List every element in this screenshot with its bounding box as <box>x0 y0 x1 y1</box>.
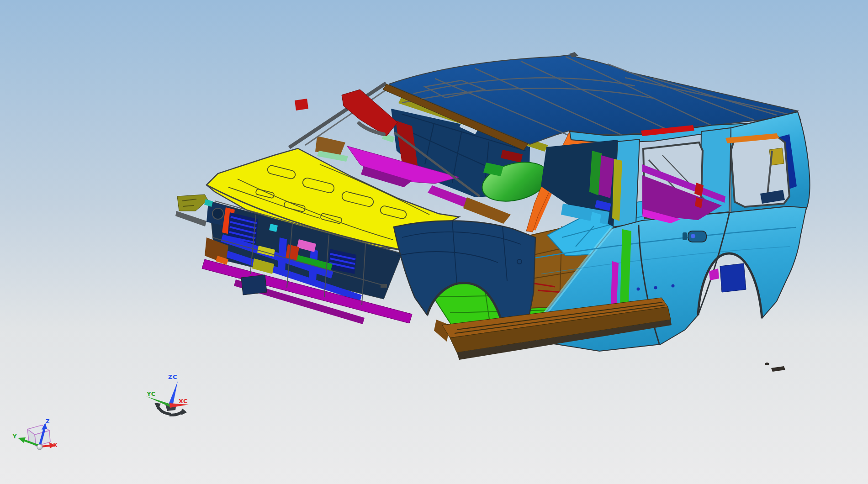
front-tow-box <box>241 275 267 295</box>
quarter-window <box>725 133 789 207</box>
wcs-z-label: ZC <box>168 374 177 380</box>
front-door-opening <box>541 140 622 226</box>
door-handle-cup <box>683 232 687 240</box>
arch-magenta-part <box>709 268 719 280</box>
loose-parts <box>765 363 785 372</box>
front-small-bracket <box>381 284 387 288</box>
wcs-triad[interactable]: ZC YC XC <box>146 374 189 415</box>
view-orientation-triad[interactable]: Z Y X <box>12 418 58 450</box>
headlight-opening <box>212 208 223 219</box>
cad-viewport[interactable]: ZC YC XC Z Y X <box>0 0 868 484</box>
view-x-label: X <box>53 442 58 448</box>
front-red-bit <box>286 244 299 260</box>
fender-tip-edge <box>175 211 206 226</box>
arch-navy-box <box>720 263 746 292</box>
triad-origin-sphere[interactable] <box>37 444 42 450</box>
fender-tip-olive[interactable] <box>177 195 208 211</box>
cad-3d-scene[interactable]: ZC YC XC Z Y X <box>0 0 868 484</box>
view-y-label: Y <box>12 433 17 440</box>
door-handle-latch <box>691 234 695 238</box>
car-body-model[interactable] <box>175 52 810 372</box>
wcs-y-label: YC <box>146 390 156 397</box>
wcs-x-label: XC <box>179 398 188 405</box>
view-z-label: Z <box>46 418 50 425</box>
wcs-z-axis-arrow[interactable] <box>168 381 178 406</box>
door-handle-recess[interactable] <box>688 231 706 242</box>
mirror-mount-red <box>295 99 308 110</box>
fender-tip-teal-chip <box>204 199 213 207</box>
